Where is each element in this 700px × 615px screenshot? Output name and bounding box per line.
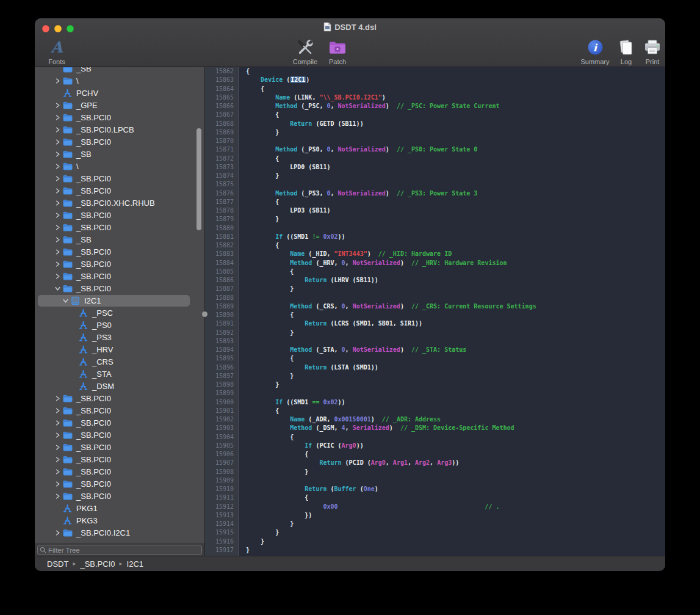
code-text[interactable] <box>239 294 246 302</box>
splitter-handle[interactable] <box>202 311 207 317</box>
tree-item-sb-pci0[interactable]: _SB.PCI0 <box>35 465 204 478</box>
tree-item-sb-pci0[interactable]: _SB.PCI0 <box>35 111 204 123</box>
chevron-down-icon[interactable] <box>53 284 62 293</box>
tree-item-sb-pci0-i2c1[interactable]: _SB.PCI0.I2C1 <box>35 526 204 539</box>
tree-item-i2c1[interactable]: I2C1 <box>35 294 204 307</box>
code-text[interactable]: Return (GETD (SB11)) <box>239 120 364 128</box>
chevron-right-icon[interactable] <box>53 223 62 231</box>
code-text[interactable] <box>239 337 246 346</box>
tree-item-sb-pci0[interactable]: _SB.PCI0 <box>35 184 204 197</box>
code-text[interactable]: { <box>239 198 279 206</box>
toolbar-log-button[interactable]: Log <box>613 34 640 65</box>
code-text[interactable] <box>239 476 246 485</box>
tree-item-sb[interactable]: _SB <box>35 148 204 160</box>
code-text[interactable]: Method (_HRV, 0, NotSerialized) // _HRV:… <box>239 259 507 267</box>
filter-field[interactable] <box>37 545 202 555</box>
chevron-right-icon[interactable] <box>53 528 62 537</box>
breadcrumb-item-dsdt[interactable]: DSDT <box>47 559 68 569</box>
code-text[interactable]: { <box>239 267 294 276</box>
chevron-right-icon[interactable] <box>53 150 62 158</box>
tree-item-crs[interactable]: _CRS <box>35 355 204 368</box>
toolbar-print-button[interactable]: Print <box>640 34 665 65</box>
chevron-right-icon[interactable] <box>53 492 62 500</box>
code-text[interactable]: Method (_PS3, 0, NotSerialized) // _PS3:… <box>239 189 477 198</box>
code-text[interactable]: Name (_HID, "INT3443") // _HID: Hardware… <box>239 250 452 258</box>
tree-item-sb-pci0[interactable]: _SB.PCI0 <box>35 136 204 148</box>
code-text[interactable]: } <box>239 528 279 537</box>
chevron-right-icon[interactable] <box>53 247 62 256</box>
code-text[interactable]: { <box>239 354 294 363</box>
tree-item-dsm[interactable]: _DSM <box>35 380 204 392</box>
toolbar-patch-button[interactable]: Patch <box>322 34 353 65</box>
chevron-right-icon[interactable] <box>53 137 62 146</box>
breadcrumb-item-i2c1[interactable]: I2C1 <box>127 559 143 569</box>
tree-item-sb-pci0[interactable]: _SB.PCI0 <box>35 478 204 490</box>
chevron-right-icon[interactable] <box>53 162 62 170</box>
code-text[interactable]: Name (_ADR, 0x00150001) // _ADR: Address <box>239 415 441 424</box>
code-text[interactable]: Method (_STA, 0, NotSerialized) // _STA:… <box>239 346 466 354</box>
chevron-right-icon[interactable] <box>53 211 62 219</box>
code-text[interactable] <box>239 137 246 145</box>
chevron-right-icon[interactable] <box>53 186 62 195</box>
tree-item-gpe[interactable]: _GPE <box>35 99 204 111</box>
code-text[interactable]: } <box>239 215 279 224</box>
chevron-right-icon[interactable] <box>53 235 62 244</box>
tree-item-sb-pci0[interactable]: _SB.PCI0 <box>35 172 204 184</box>
tree-item-sta[interactable]: _STA <box>35 368 204 380</box>
code-text[interactable]: } <box>239 172 279 180</box>
tree-item-ps3[interactable]: _PS3 <box>35 331 204 343</box>
code-text[interactable]: { <box>239 67 250 76</box>
code-text[interactable] <box>239 555 246 556</box>
code-text[interactable]: }) <box>239 511 312 520</box>
tree-item-sb-pci0[interactable]: _SB.PCI0 <box>35 221 204 233</box>
code-text[interactable]: } <box>239 128 279 137</box>
chevron-right-icon[interactable] <box>53 431 62 439</box>
chevron-right-icon[interactable] <box>53 125 62 134</box>
chevron-right-icon[interactable] <box>53 479 62 488</box>
code-text[interactable]: Return (Buffer (One) <box>239 485 378 493</box>
code-text[interactable]: } <box>239 468 308 476</box>
tree-item-sb-pci0[interactable]: _SB.PCI0 <box>35 441 204 453</box>
chevron-right-icon[interactable] <box>53 272 62 280</box>
sidebar-scrollbar-thumb[interactable] <box>197 128 201 230</box>
code-text[interactable]: Method (_DSM, 4, Serialized) // _DSM: De… <box>239 424 514 432</box>
toolbar-compile-button[interactable]: Compile <box>289 34 321 65</box>
tree-item-sb-pci0[interactable]: _SB.PCI0 <box>35 246 204 258</box>
code-text[interactable]: { <box>239 241 279 250</box>
tree-item-[interactable]: \ <box>35 160 204 172</box>
code-text[interactable]: LPD0 (SB11) <box>239 163 330 172</box>
tree-item-sb-pci0[interactable]: _SB.PCI0 <box>35 490 204 502</box>
tree-item-[interactable]: \ <box>35 75 204 87</box>
tree-item-ps0[interactable]: _PS0 <box>35 319 204 331</box>
chevron-right-icon[interactable] <box>53 406 62 415</box>
chevron-right-icon[interactable] <box>53 418 62 427</box>
tree-item-sb-pci0-lpcb[interactable]: _SB.PCI0.LPCB <box>35 123 204 136</box>
tree-item-sb-pci0[interactable]: _SB.PCI0 <box>35 258 204 270</box>
chevron-right-icon[interactable] <box>53 443 62 451</box>
code-text[interactable] <box>239 389 246 398</box>
tree-item-hrv[interactable]: _HRV <box>35 343 204 355</box>
code-text[interactable]: Return (LCRS (SMD1, SB01, SIR1)) <box>239 319 422 328</box>
tree-item-sb[interactable]: _SB <box>35 233 204 246</box>
code-text[interactable]: Return (LHRV (SB11)) <box>239 276 378 285</box>
chevron-right-icon[interactable] <box>53 76 62 85</box>
code-text[interactable]: { <box>239 111 279 119</box>
code-text[interactable]: } <box>239 380 279 389</box>
filter-tree-input[interactable] <box>48 546 201 554</box>
code-text[interactable]: } <box>239 329 294 337</box>
tree-item-sb-pci0[interactable]: _SB.PCI0 <box>35 417 204 429</box>
code-text[interactable]: { <box>239 85 264 93</box>
code-text[interactable] <box>239 224 246 233</box>
code-text[interactable]: If ((SMD1 != 0x02)) <box>239 233 345 241</box>
tree-item-sb[interactable]: _SB <box>35 67 204 75</box>
chevron-right-icon[interactable] <box>53 394 62 402</box>
code-text[interactable]: } <box>239 372 294 380</box>
tree-item-sb-pci0[interactable]: _SB.PCI0 <box>35 392 204 404</box>
chevron-right-icon[interactable] <box>53 198 62 207</box>
tree-item-pkg1[interactable]: PKG1 <box>35 502 204 514</box>
code-text[interactable]: LPD3 (SB11) <box>239 206 330 215</box>
document-proxy-icon[interactable] <box>323 22 331 32</box>
breadcrumb-item--sb-pci0[interactable]: _SB.PCI0 <box>80 559 115 569</box>
code-text[interactable]: 0x00 // . <box>239 503 499 511</box>
tree-item-pchv[interactable]: PCHV <box>35 87 204 99</box>
